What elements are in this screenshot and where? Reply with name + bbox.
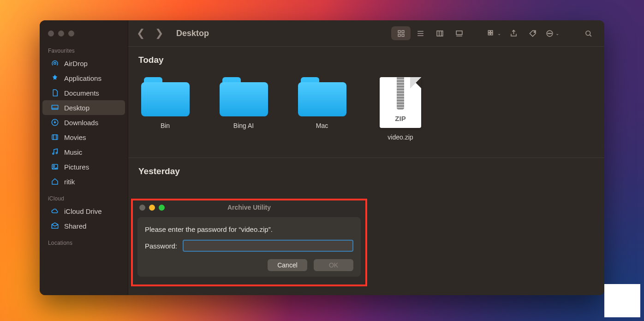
sidebar-item-label: AirDrop bbox=[64, 60, 88, 67]
column-view-button[interactable] bbox=[430, 26, 449, 40]
action-menu-button[interactable]: ⌄ bbox=[544, 26, 560, 40]
search-button[interactable] bbox=[580, 26, 596, 40]
password-input[interactable] bbox=[183, 240, 353, 252]
sidebar-item-label: Pictures bbox=[64, 163, 89, 171]
cancel-button[interactable]: Cancel bbox=[268, 259, 307, 271]
svg-rect-3 bbox=[52, 135, 58, 140]
svg-rect-12 bbox=[437, 30, 443, 36]
list-view-button[interactable] bbox=[411, 26, 430, 40]
desktop-icon bbox=[51, 103, 59, 112]
sidebar-item-label: Music bbox=[64, 148, 82, 156]
svg-point-7 bbox=[53, 165, 54, 167]
archive-utility-dialog: Archive Utility Please enter the passwor… bbox=[133, 200, 365, 285]
zip-file-icon: ZIP bbox=[380, 77, 421, 128]
gallery-view-button[interactable] bbox=[449, 26, 469, 40]
shared-icon bbox=[51, 222, 59, 230]
section-title: Today bbox=[128, 47, 604, 72]
svg-rect-10 bbox=[398, 34, 400, 36]
sidebar-item-icloud-drive[interactable]: iCloud Drive bbox=[42, 204, 125, 218]
sidebar-item-desktop[interactable]: Desktop bbox=[42, 100, 125, 115]
icon-view-button[interactable] bbox=[391, 26, 411, 40]
file-item-folder[interactable]: Mac bbox=[294, 77, 350, 141]
section-today: Today Bin Bing AI Mac ZIP bbox=[128, 47, 604, 157]
window-traffic-lights[interactable] bbox=[40, 24, 128, 41]
password-label: Password: bbox=[145, 242, 177, 250]
share-button[interactable] bbox=[506, 26, 521, 40]
group-by-button[interactable]: ⌄ bbox=[486, 26, 502, 40]
airdrop-icon bbox=[51, 59, 59, 67]
sidebar-item-downloads[interactable]: Downloads bbox=[42, 115, 125, 130]
minimize-dot[interactable] bbox=[58, 30, 64, 36]
back-button[interactable]: ❮ bbox=[137, 27, 145, 39]
sidebar-item-music[interactable]: Music bbox=[42, 145, 125, 159]
icloud-icon bbox=[51, 207, 59, 215]
forward-button[interactable]: ❯ bbox=[155, 27, 163, 39]
svg-rect-16 bbox=[488, 33, 490, 35]
svg-rect-13 bbox=[456, 30, 462, 34]
apps-icon bbox=[51, 74, 59, 82]
watermark-patch bbox=[604, 284, 640, 317]
sidebar-item-shared[interactable]: Shared bbox=[42, 218, 125, 233]
svg-rect-14 bbox=[488, 30, 490, 32]
sidebar-item-label: Movies bbox=[64, 133, 86, 141]
sidebar-item-home[interactable]: ritik bbox=[42, 174, 125, 189]
svg-point-4 bbox=[53, 153, 54, 154]
sidebar-item-label: Documents bbox=[64, 89, 99, 97]
dialog-titlebar: Archive Utility bbox=[133, 200, 365, 214]
file-item-zip[interactable]: ZIP video.zip bbox=[373, 77, 428, 141]
file-item-folder[interactable]: Bin bbox=[137, 77, 193, 141]
svg-rect-15 bbox=[491, 30, 493, 32]
svg-rect-11 bbox=[402, 34, 404, 36]
sidebar-item-pictures[interactable]: Pictures bbox=[42, 159, 125, 174]
svg-point-23 bbox=[585, 30, 590, 35]
dialog-title: Archive Utility bbox=[133, 204, 365, 211]
view-mode-group bbox=[391, 26, 469, 40]
svg-point-20 bbox=[549, 33, 550, 34]
svg-rect-9 bbox=[402, 30, 404, 33]
location-title: Desktop bbox=[176, 29, 209, 38]
sidebar-item-label: ritik bbox=[64, 178, 75, 186]
sidebar-item-airdrop[interactable]: AirDrop bbox=[42, 56, 125, 71]
svg-point-0 bbox=[54, 62, 56, 65]
sidebar-item-label: Desktop bbox=[64, 104, 89, 112]
svg-point-5 bbox=[56, 152, 57, 154]
highlight-annotation: Archive Utility Please enter the passwor… bbox=[131, 199, 367, 286]
sidebar-item-label: iCloud Drive bbox=[64, 207, 102, 215]
sidebar-item-documents[interactable]: Documents bbox=[42, 85, 125, 100]
sidebar-item-label: Downloads bbox=[64, 119, 98, 127]
section-title: Yesterday bbox=[128, 158, 604, 183]
dialog-message: Please enter the password for “video.zip… bbox=[145, 225, 353, 233]
sidebar-heading-locations: Locations bbox=[40, 233, 128, 248]
file-name: Mac bbox=[316, 122, 328, 129]
music-icon bbox=[51, 148, 59, 156]
ok-button[interactable]: OK bbox=[314, 259, 353, 271]
finder-toolbar: ❮ ❯ Desktop ⌄ ⌄ bbox=[128, 20, 604, 46]
file-name: Bin bbox=[161, 122, 170, 129]
home-icon bbox=[51, 177, 59, 186]
sidebar-item-applications[interactable]: Applications bbox=[42, 71, 125, 85]
zoom-dot[interactable] bbox=[68, 30, 74, 36]
folder-icon bbox=[141, 77, 190, 116]
svg-point-18 bbox=[534, 31, 535, 32]
sidebar-heading-favourites: Favourites bbox=[40, 41, 128, 56]
svg-rect-17 bbox=[491, 33, 493, 35]
file-item-folder[interactable]: Bing AI bbox=[216, 77, 271, 141]
svg-rect-8 bbox=[398, 30, 400, 33]
svg-point-22 bbox=[551, 33, 552, 34]
movies-icon bbox=[51, 133, 59, 141]
sidebar-item-label: Applications bbox=[64, 74, 101, 82]
folder-icon bbox=[220, 77, 268, 116]
close-dot[interactable] bbox=[48, 30, 54, 36]
pictures-icon bbox=[51, 163, 59, 171]
sidebar-item-movies[interactable]: Movies bbox=[42, 130, 125, 145]
zip-badge: ZIP bbox=[395, 115, 405, 122]
sidebar-heading-icloud: iCloud bbox=[40, 189, 128, 204]
downloads-icon bbox=[51, 118, 59, 127]
file-name: video.zip bbox=[388, 133, 413, 141]
tags-button[interactable] bbox=[525, 26, 541, 40]
sidebar-item-label: Shared bbox=[64, 222, 86, 230]
file-name: Bing AI bbox=[233, 122, 254, 129]
finder-sidebar: Favourites AirDrop Applications Document… bbox=[40, 20, 128, 295]
svg-point-21 bbox=[548, 33, 549, 34]
documents-icon bbox=[51, 89, 59, 97]
